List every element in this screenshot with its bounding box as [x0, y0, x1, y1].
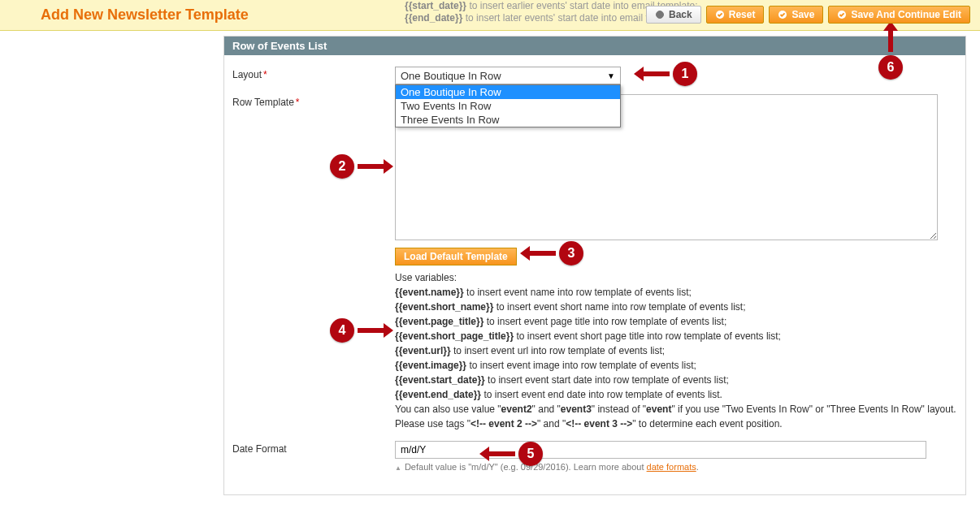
help-also-event: event: [646, 404, 671, 415]
var-event-start-date: {{event.start_date}}: [395, 374, 485, 386]
help-also-mid2: " instead of ": [592, 404, 646, 415]
layout-select-display[interactable]: One Boutique In Row ▼: [395, 67, 621, 84]
date-format-note-suffix: .: [696, 462, 699, 472]
help-tags-post: " to determine each event position.: [632, 418, 782, 429]
layout-label-text: Layout: [232, 69, 262, 80]
var-event-image-text: to insert event image into row template …: [466, 360, 696, 371]
help-also-event3: event3: [561, 404, 592, 415]
date-formats-link[interactable]: date formats: [647, 462, 696, 472]
date-format-note-text: Default value is "m/d/Y" (e.g. 09/29/201…: [405, 462, 647, 472]
load-default-template-button[interactable]: Load Default Template: [395, 248, 517, 265]
var-event-page-title-text: to insert event page title into row temp…: [483, 316, 726, 327]
panel-body: Layout* One Boutique In Row ▼ One Boutiq…: [224, 55, 965, 494]
check-circle-icon: [715, 10, 725, 19]
help-tags-pre: Please use tags ": [395, 418, 470, 429]
date-format-label-text: Date Format: [232, 443, 287, 455]
layout-option-three-events[interactable]: Three Events In Row: [396, 113, 620, 127]
layout-select-dropdown: One Boutique In Row Two Events In Row Th…: [395, 84, 621, 127]
var-event-short-page-title-text: to insert event short page title into ro…: [514, 330, 781, 342]
check-circle-icon: [837, 10, 847, 19]
row-template: Row Template* Load Default Template Use …: [232, 94, 957, 431]
var-event-start-date-text: to insert event start date into row temp…: [485, 374, 729, 386]
sidebar-placeholder: [0, 31, 223, 505]
reset-label: Reset: [729, 9, 756, 20]
chevron-down-icon: ▼: [607, 71, 615, 80]
layout-option-two-events[interactable]: Two Events In Row: [396, 99, 620, 113]
check-circle-icon: [778, 10, 787, 19]
date-format-note: ▲Default value is "m/d/Y" (e.g. 09/29/20…: [395, 462, 957, 472]
reset-button[interactable]: Reset: [706, 6, 765, 24]
row-template-help: Use variables: {{event.name}} to insert …: [395, 270, 957, 431]
row-template-label: Row Template*: [232, 94, 395, 108]
layout-label: Layout*: [232, 67, 395, 80]
form-panel: Row of Events List Layout* One Boutique …: [223, 36, 966, 495]
toolbar: Back Reset Save Save And Continue Edit: [646, 6, 970, 24]
var-event-name: {{event.name}}: [395, 287, 464, 298]
required-marker: *: [262, 69, 267, 80]
back-button[interactable]: Back: [646, 6, 701, 24]
var-event-end-date-text: to insert event end date into row templa…: [481, 389, 722, 400]
hint-var-start-date: {{start_date}}: [405, 0, 466, 11]
help-tags-event2: <!-- event 2 -->: [470, 418, 537, 429]
back-arrow-icon: [655, 10, 665, 19]
triangle-icon: ▲: [395, 464, 401, 472]
save-button[interactable]: Save: [769, 6, 823, 24]
save-continue-label: Save And Continue Edit: [851, 9, 961, 20]
var-event-short-name: {{event.short_name}}: [395, 301, 493, 313]
var-event-page-title: {{event.page_title}}: [395, 316, 483, 327]
date-format-label: Date Format: [232, 441, 395, 455]
help-tags-event3: <!-- event 3 -->: [566, 418, 632, 429]
row-layout: Layout* One Boutique In Row ▼ One Boutiq…: [232, 67, 957, 84]
layout-select-value: One Boutique In Row: [401, 70, 501, 82]
load-default-template-label: Load Default Template: [404, 251, 508, 262]
var-event-short-page-title: {{event.short_page_title}}: [395, 330, 514, 342]
help-also-mid1: " and ": [532, 404, 561, 415]
required-marker: *: [294, 97, 300, 108]
help-tags-mid: " and ": [537, 418, 566, 429]
var-event-url: {{event.url}}: [395, 345, 451, 356]
help-intro: Use variables:: [395, 270, 957, 285]
row-template-label-text: Row Template: [232, 97, 294, 108]
var-event-image: {{event.image}}: [395, 360, 466, 371]
layout-option-one-boutique[interactable]: One Boutique In Row: [396, 85, 620, 99]
var-event-end-date: {{event.end_date}}: [395, 389, 481, 400]
save-label: Save: [791, 9, 814, 20]
help-also-event2: event2: [501, 404, 532, 415]
help-also-post: " if you use "Two Events In Row" or "Thr…: [671, 404, 956, 415]
page-header: Add New Newsletter Template {{start_date…: [0, 0, 980, 31]
panel-title: Row of Events List: [224, 37, 965, 55]
var-event-short-name-text: to insert event short name into row temp…: [493, 301, 745, 313]
save-continue-button[interactable]: Save And Continue Edit: [828, 6, 970, 24]
row-date-format: Date Format ▲Default value is "m/d/Y" (e…: [232, 441, 957, 472]
hint-var-end-date: {{end_date}}: [405, 12, 462, 24]
layout-select[interactable]: One Boutique In Row ▼ One Boutique In Ro…: [395, 67, 621, 84]
var-event-name-text: to insert event name into row template o…: [464, 287, 692, 298]
help-also-pre: You can also use value ": [395, 404, 501, 415]
var-event-url-text: to insert event url into row template of…: [451, 345, 665, 356]
back-label: Back: [669, 9, 692, 20]
date-format-input[interactable]: [395, 441, 926, 459]
page-title: Add New Newsletter Template: [41, 6, 249, 24]
